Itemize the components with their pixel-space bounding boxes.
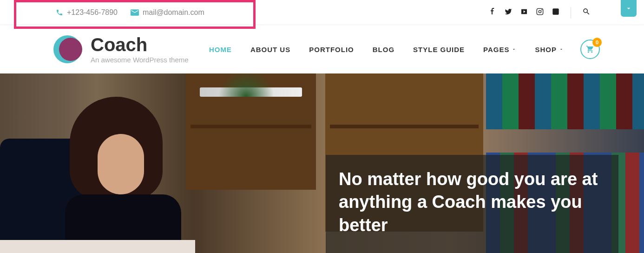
facebook-link[interactable] <box>489 8 496 17</box>
email-link[interactable]: mail@domain.com <box>131 8 204 17</box>
cart-count-badge: 0 <box>592 38 602 47</box>
expand-panel-tab[interactable] <box>621 0 637 17</box>
hero-text-box: No matter how good you are at anything a… <box>326 155 618 253</box>
social-icons <box>489 7 591 18</box>
hero-section: No matter how good you are at anything a… <box>0 73 644 253</box>
chevron-down-icon <box>512 47 516 52</box>
nav-home[interactable]: HOME <box>209 46 232 53</box>
nav-shop[interactable]: SHOP <box>535 46 564 53</box>
youtube-icon <box>520 8 528 15</box>
top-bar: +123-456-7890 mail@domain.com <box>0 0 644 25</box>
youtube-link[interactable] <box>520 8 528 17</box>
main-navbar: Coach An awesome WordPress theme HOME AB… <box>0 25 644 73</box>
googleplus-link[interactable] <box>552 8 559 17</box>
chevron-down-icon <box>625 5 632 12</box>
nav-blog[interactable]: BLOG <box>373 46 394 53</box>
svg-point-2 <box>541 9 542 10</box>
nav-menu: HOME ABOUT US PORTFOLIO BLOG STYLE GUIDE… <box>209 46 564 53</box>
search-button[interactable] <box>582 7 591 18</box>
divider <box>571 7 571 18</box>
contact-info: +123-456-7890 mail@domain.com <box>14 8 204 17</box>
phone-icon <box>56 9 63 16</box>
logo-icon <box>53 34 83 64</box>
cart-button[interactable]: 0 <box>580 40 600 59</box>
instagram-link[interactable] <box>536 8 544 17</box>
facebook-icon <box>489 8 496 15</box>
googleplus-icon <box>552 8 559 15</box>
nav-about[interactable]: ABOUT US <box>250 46 290 53</box>
chevron-down-icon <box>559 47 564 52</box>
twitter-link[interactable] <box>505 8 512 17</box>
svg-rect-3 <box>552 8 559 14</box>
svg-point-1 <box>539 10 541 13</box>
twitter-icon <box>505 8 512 15</box>
site-tagline: An awesome WordPress theme <box>91 56 189 64</box>
nav-pages[interactable]: PAGES <box>483 46 516 53</box>
brand-text: Coach An awesome WordPress theme <box>91 35 189 64</box>
email-icon <box>131 9 139 16</box>
search-icon <box>582 7 591 16</box>
nav-portfolio[interactable]: PORTFOLIO <box>309 46 354 53</box>
nav-styleguide[interactable]: STYLE GUIDE <box>413 46 465 53</box>
email-text: mail@domain.com <box>143 8 204 17</box>
instagram-icon <box>536 8 544 15</box>
site-title: Coach <box>91 35 189 54</box>
phone-text: +123-456-7890 <box>67 8 118 17</box>
cart-icon <box>586 45 594 53</box>
hero-headline: No matter how good you are at anything a… <box>339 168 605 237</box>
brand[interactable]: Coach An awesome WordPress theme <box>53 34 189 64</box>
phone-link[interactable]: +123-456-7890 <box>56 8 118 17</box>
